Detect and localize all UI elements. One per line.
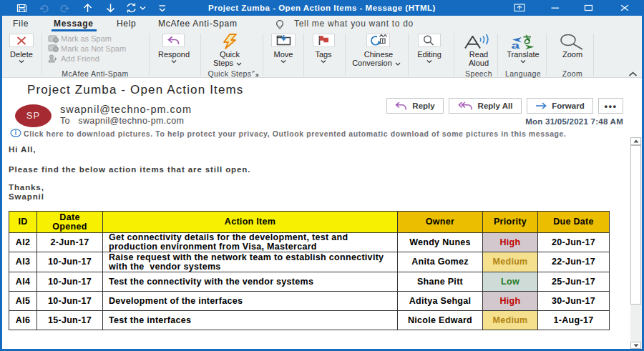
svg-text:a: a (512, 40, 520, 50)
